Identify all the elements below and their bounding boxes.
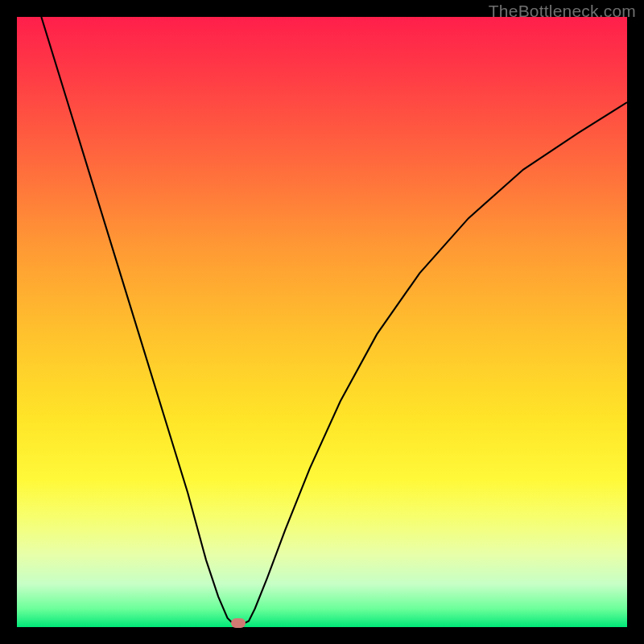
bottleneck-curve [41,17,627,625]
optimal-point-marker [231,618,246,628]
plot-area [17,17,627,627]
curve-svg [17,17,627,627]
watermark-text: TheBottleneck.com [489,2,636,21]
chart-frame: TheBottleneck.com [0,0,644,644]
